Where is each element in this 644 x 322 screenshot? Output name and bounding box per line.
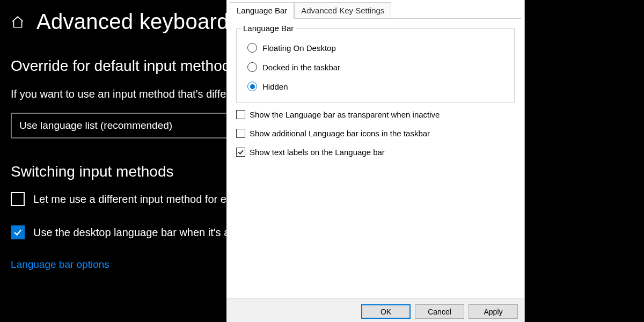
apply-button[interactable]: Apply xyxy=(469,304,518,319)
button-label: Apply xyxy=(484,308,502,316)
tab-label: Advanced Key Settings xyxy=(301,6,384,15)
groupbox-title: Language Bar xyxy=(241,24,296,33)
ok-button[interactable]: OK xyxy=(361,304,411,319)
button-label: OK xyxy=(380,308,391,316)
dialog-tabstrip: Language Bar Advanced Key Settings xyxy=(226,0,524,18)
checkbox-show-text-labels[interactable]: Show text labels on the Language bar xyxy=(236,148,515,157)
radio-label: Hidden xyxy=(262,82,288,91)
home-icon[interactable] xyxy=(11,15,25,29)
tab-language-bar[interactable]: Language Bar xyxy=(230,2,294,19)
tab-advanced-key-settings[interactable]: Advanced Key Settings xyxy=(294,2,391,19)
checkbox-transparent-when-inactive[interactable]: Show the Language bar as transparent whe… xyxy=(236,110,515,119)
radio-label: Floating On Desktop xyxy=(262,43,336,53)
checkbox-label: Show text labels on the Language bar xyxy=(250,148,385,157)
checkbox-icon xyxy=(236,129,245,138)
dropdown-value: Use language list (recommended) xyxy=(19,120,172,131)
button-label: Cancel xyxy=(428,308,451,316)
radio-icon xyxy=(247,43,257,53)
radio-icon xyxy=(247,62,257,72)
checkbox-additional-icons[interactable]: Show additional Language bar icons in th… xyxy=(236,129,515,138)
checkbox-icon xyxy=(236,148,245,157)
checkbox-icon xyxy=(11,225,25,239)
checkbox-label: Show additional Language bar icons in th… xyxy=(250,129,430,138)
radio-dot-icon xyxy=(250,84,255,89)
tab-label: Language Bar xyxy=(237,6,287,15)
language-bar-dialog: Language Bar Advanced Key Settings Langu… xyxy=(226,0,525,322)
radio-docked-in-taskbar[interactable]: Docked in the taskbar xyxy=(247,62,507,72)
radio-label: Docked in the taskbar xyxy=(262,63,340,72)
cancel-button[interactable]: Cancel xyxy=(415,304,464,319)
dialog-button-row: OK Cancel Apply xyxy=(226,298,524,322)
radio-floating-on-desktop[interactable]: Floating On Desktop xyxy=(247,43,507,53)
tab-body: Language Bar Floating On Desktop Docked … xyxy=(226,19,524,298)
page-title: Advanced keyboard xyxy=(36,10,229,34)
checkbox-label: Show the Language bar as transparent whe… xyxy=(250,110,440,119)
radio-icon xyxy=(247,82,257,91)
checkbox-icon xyxy=(236,110,245,119)
radio-hidden[interactable]: Hidden xyxy=(247,82,507,91)
language-bar-groupbox: Language Bar Floating On Desktop Docked … xyxy=(236,28,515,103)
checkbox-icon xyxy=(11,192,25,206)
